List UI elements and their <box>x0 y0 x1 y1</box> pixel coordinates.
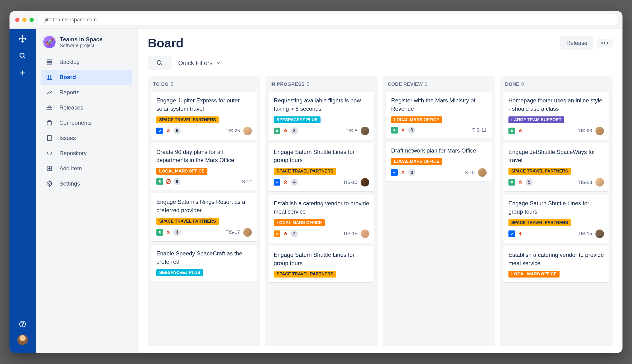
page-header: Board Release <box>148 36 612 50</box>
board-column: IN PROGRESS 5Requesting available flight… <box>265 76 378 346</box>
sidebar-item-settings[interactable]: Settings <box>41 176 132 191</box>
issue-card[interactable]: Draft network plan for Mars OfficeLOCAL … <box>386 142 492 182</box>
epic-tag[interactable]: LOCAL MARS OFFICE <box>274 219 325 226</box>
user-avatar[interactable] <box>17 334 28 345</box>
card-title: Engage Saturn's Rings Resort as a prefer… <box>156 198 252 214</box>
card-title: Engage JetShuttle SpaceWays for travel <box>508 148 604 165</box>
sidebar-item-label: Issues <box>60 135 76 141</box>
issue-card[interactable]: Establish a catering vendor to provide m… <box>503 246 609 282</box>
assignee-avatar[interactable] <box>361 230 369 238</box>
card-title: Requesting available flights is now taki… <box>274 96 369 113</box>
global-rail <box>10 29 36 353</box>
story-type-icon <box>156 229 163 236</box>
browser-chrome: jira.teamsinspace.com <box>10 11 622 29</box>
svg-point-23 <box>157 60 161 64</box>
jira-logo-icon[interactable] <box>17 34 28 44</box>
release-button[interactable]: Release <box>560 36 594 50</box>
priority-highest-icon <box>518 180 523 185</box>
kanban-board: TO DO 5Engage Jupiter Express for outer … <box>148 76 612 346</box>
issue-card[interactable]: Engage Saturn Shuttle Lines for group to… <box>268 246 374 282</box>
issue-key: TIS-15 <box>460 170 475 175</box>
card-footer: 3TIS-11 <box>391 127 486 134</box>
epic-tag[interactable]: SPACE TRAVEL PARTNERS <box>274 270 336 278</box>
epic-tag[interactable]: SPACE TRAVEL PARTNERS <box>156 116 219 123</box>
epic-tag[interactable]: LOCAL MARS OFFICE <box>508 270 560 278</box>
assignee-avatar[interactable] <box>243 127 252 135</box>
epic-tag[interactable]: SPACE TRAVEL PARTNERS <box>508 219 571 226</box>
task-type-icon <box>274 179 280 186</box>
issue-card[interactable]: Engage Saturn's Rings Resort as a prefer… <box>151 193 257 242</box>
maximize-window-icon[interactable] <box>30 18 34 22</box>
card-title: Homepage footer uses an inline style - s… <box>508 96 604 113</box>
issue-card[interactable]: Engage Jupiter Express for outer solar s… <box>151 92 257 140</box>
epic-tag[interactable]: SEESPACEEZ PLUS <box>274 116 320 123</box>
sidebar-item-add[interactable]: Add item <box>41 161 132 176</box>
assignee-avatar[interactable] <box>243 228 252 237</box>
epic-tag[interactable]: SPACE TRAVEL PARTNERS <box>274 168 336 175</box>
issue-card[interactable]: Establish a catering vendor to provide m… <box>268 194 374 243</box>
reports-icon <box>46 88 53 96</box>
minimize-window-icon[interactable] <box>22 18 26 22</box>
assignee-avatar[interactable] <box>361 127 369 135</box>
issue-card[interactable]: Register with the Mars Ministry of Reven… <box>386 92 492 138</box>
card-footer: TIS-68 <box>508 127 604 135</box>
sidebar-item-board[interactable]: Board <box>41 70 132 85</box>
issue-card[interactable]: Engage JetShuttle SpaceWays for travelSP… <box>503 143 609 192</box>
epic-tag[interactable]: SPACE TRAVEL PARTNERS <box>156 218 219 225</box>
issue-card[interactable]: Homepage footer uses an inline style - s… <box>503 92 609 140</box>
task-type-icon <box>156 128 163 134</box>
assignee-avatar[interactable] <box>596 178 604 186</box>
sidebar-item-repository[interactable]: Repository <box>41 146 132 161</box>
issue-key: TIS-68 <box>578 128 592 134</box>
quick-filters-dropdown[interactable]: Quick Filters <box>178 60 220 67</box>
issue-card[interactable]: Requesting available flights is now taki… <box>268 92 374 140</box>
board-icon <box>46 74 53 81</box>
filter-bar: Quick Filters <box>148 56 612 70</box>
story-type-icon <box>156 178 163 185</box>
epic-tag[interactable]: LOCAL MARS OFFICE <box>391 116 442 123</box>
sidebar-item-issues[interactable]: Issues <box>41 130 132 146</box>
quick-filters-label: Quick Filters <box>178 60 212 67</box>
epic-tag[interactable]: LOCAL MARS OFFICE <box>156 168 208 175</box>
sidebar-item-backlog[interactable]: Backlog <box>41 54 132 70</box>
sidebar-item-label: Settings <box>60 180 80 187</box>
story-type-icon <box>508 179 515 186</box>
url-bar[interactable]: jira.teamsinspace.com <box>38 14 617 25</box>
epic-tag[interactable]: LARGE TEAM SUPPORT <box>508 116 564 123</box>
assignee-avatar[interactable] <box>478 168 486 177</box>
priority-high-icon <box>518 231 523 237</box>
issue-key: TIS-17 <box>226 230 240 235</box>
story-points-badge: 5 <box>174 127 180 134</box>
search-icon[interactable] <box>17 50 28 61</box>
board-column: TO DO 5Engage Jupiter Express for outer … <box>148 76 260 346</box>
svg-point-21 <box>604 42 606 44</box>
close-window-icon[interactable] <box>15 18 20 22</box>
board-search[interactable] <box>148 56 172 70</box>
sidebar-item-reports[interactable]: Reports <box>41 85 132 100</box>
board-column: CODE REVIEW 2Register with the Mars Mini… <box>382 76 495 346</box>
help-icon[interactable] <box>17 319 28 329</box>
priority-highest-icon <box>283 128 288 134</box>
assignee-avatar[interactable] <box>596 127 604 135</box>
epic-tag[interactable]: SPACE TRAVEL PARTNERS <box>508 168 571 175</box>
issue-card[interactable]: Enable Speedy SpaceCraft as the preferre… <box>151 245 257 281</box>
issue-card[interactable]: Engage Saturn Shuttle Lines for group to… <box>503 194 609 243</box>
sidebar-item-components[interactable]: Components <box>41 115 132 130</box>
create-icon[interactable] <box>17 68 28 78</box>
svg-line-1 <box>24 57 25 58</box>
epic-tag[interactable]: LOCAL MARS OFFICE <box>391 158 442 165</box>
assignee-avatar[interactable] <box>596 230 604 238</box>
issue-card[interactable]: Engage Saturn Shuttle Lines for group to… <box>268 143 374 192</box>
column-header: TO DO 5 <box>151 80 257 88</box>
epic-tag[interactable]: SEESPACEEZ PLUS <box>156 269 203 276</box>
card-footer: 4TIS-15 <box>274 230 369 238</box>
page-title: Board <box>148 36 184 50</box>
assignee-avatar[interactable] <box>361 178 369 186</box>
card-footer: 9TIS-12 <box>156 178 252 185</box>
project-header[interactable]: 🚀 Teams in Space Software project <box>41 35 132 54</box>
card-footer: TIS-15 <box>508 230 604 238</box>
issue-card[interactable]: Create 90 day plans for all departments … <box>151 143 257 190</box>
more-actions-button[interactable] <box>597 39 612 47</box>
column-header: CODE REVIEW 2 <box>386 80 492 88</box>
sidebar-item-releases[interactable]: Releases <box>41 100 132 115</box>
